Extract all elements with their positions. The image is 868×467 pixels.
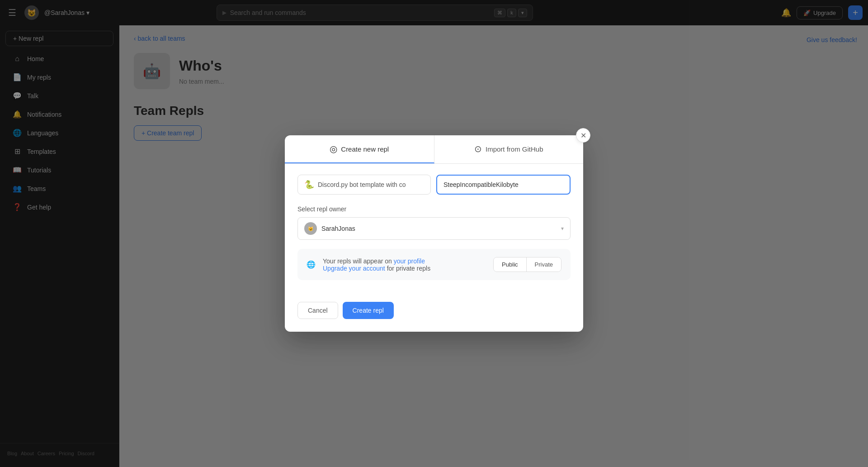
tab-import-github[interactable]: ⊙ Import from GitHub xyxy=(434,135,584,163)
github-icon: ⊙ xyxy=(474,143,482,154)
modal-close-button[interactable]: ✕ xyxy=(576,128,590,143)
privacy-text-block: Your repls will appear on your profile U… xyxy=(323,257,430,272)
owner-chevron-icon: ▾ xyxy=(561,225,564,232)
privacy-section: 🌐 Your repls will appear on your profile… xyxy=(297,249,571,280)
owner-section: Select repl owner 😺 SarahJonas ▾ xyxy=(297,205,571,240)
upgrade-account-link[interactable]: Upgrade your account xyxy=(323,265,385,272)
python-icon: 🐍 xyxy=(304,180,314,190)
create-repl-icon: ◎ xyxy=(330,143,337,154)
tab-create-new-repl[interactable]: ◎ Create new repl xyxy=(285,135,434,163)
owner-avatar-initials: 😺 xyxy=(308,226,313,231)
repl-name-input[interactable] xyxy=(436,175,571,195)
privacy-buttons: Public Private xyxy=(493,257,561,272)
private-button[interactable]: Private xyxy=(527,257,561,272)
modal-inputs: 🐍 Discord.py bot template with co xyxy=(297,175,571,195)
tab-create-label: Create new repl xyxy=(341,145,389,153)
modal-actions: Cancel Create repl xyxy=(285,302,583,319)
tab-import-label: Import from GitHub xyxy=(486,145,543,153)
close-icon: ✕ xyxy=(580,131,586,140)
modal-body: 🐍 Discord.py bot template with co Select… xyxy=(285,164,583,302)
for-private-repls-text: for private repls xyxy=(387,265,430,272)
modal-overlay: ✕ ◎ Create new repl ⊙ Import from GitHub… xyxy=(0,0,868,467)
owner-dropdown[interactable]: 😺 SarahJonas ▾ xyxy=(297,217,571,240)
privacy-left: 🌐 Your repls will appear on your profile… xyxy=(307,257,430,272)
template-selector[interactable]: 🐍 Discord.py bot template with co xyxy=(297,175,431,195)
privacy-heading-text: Your repls will appear on xyxy=(323,257,392,265)
cancel-button[interactable]: Cancel xyxy=(297,302,338,319)
privacy-heading: Your repls will appear on your profile xyxy=(323,257,430,265)
template-name: Discord.py bot template with co xyxy=(318,181,406,188)
owner-label: Select repl owner xyxy=(297,205,571,213)
create-repl-button[interactable]: Create repl xyxy=(343,302,394,319)
profile-link[interactable]: your profile xyxy=(394,257,425,265)
modal-tabs: ◎ Create new repl ⊙ Import from GitHub xyxy=(285,135,583,164)
globe-icon: 🌐 xyxy=(307,260,316,269)
public-button[interactable]: Public xyxy=(494,257,526,272)
privacy-upgrade-row: Upgrade your account for private repls xyxy=(323,265,430,272)
owner-name: SarahJonas xyxy=(321,225,355,232)
owner-avatar: 😺 xyxy=(304,222,317,235)
create-repl-modal: ✕ ◎ Create new repl ⊙ Import from GitHub… xyxy=(285,135,583,332)
